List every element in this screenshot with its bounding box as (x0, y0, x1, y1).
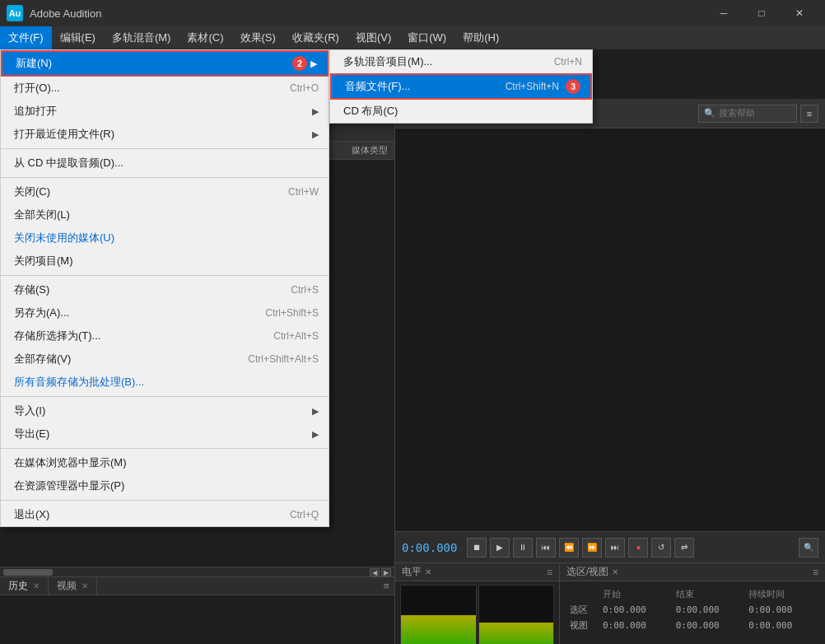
transport-loop-btn[interactable]: ↺ (651, 538, 671, 558)
separator-4 (1, 396, 329, 397)
badge-2: 2 (292, 56, 307, 71)
menu-item-exit[interactable]: 退出(X) Ctrl+Q (1, 503, 329, 526)
menu-item-save[interactable]: 存储(S) Ctrl+S (1, 278, 329, 301)
transport-skip-end-btn[interactable]: ⏭ (605, 538, 625, 558)
badge-3: 3 (566, 79, 580, 94)
row-view-start: 0:00.000 (599, 618, 673, 633)
menu-help[interactable]: 帮助(H) (454, 26, 507, 49)
history-tab[interactable]: 历史 ✕ (0, 577, 49, 595)
menu-item-export[interactable]: 导出(E) ▶ (1, 422, 329, 446)
transport-fwd-btn[interactable]: ⏩ (582, 538, 602, 558)
maximize-button[interactable]: □ (743, 0, 781, 26)
meter-menu-icon[interactable]: ≡ (547, 567, 552, 578)
table-row: 选区 0:00.000 0:00.000 0:00.000 (566, 602, 818, 618)
menu-effects[interactable]: 效果(S) (232, 26, 284, 49)
meter-fill-right (479, 623, 554, 645)
transport-stop-btn[interactable]: ⏹ (467, 538, 487, 558)
meter-bars-container: dB -48 -36 -24 -12 0 (395, 581, 559, 644)
meter-panel: 电平 ✕ ≡ dB -48 (395, 563, 560, 644)
menu-item-save-as[interactable]: 另存为(A)... Ctrl+Shift+S (1, 301, 329, 324)
new-submenu: 多轨混音项目(M)... Ctrl+N 音频文件(F)... Ctrl+Shif… (329, 49, 593, 124)
left-tabs-menu-icon[interactable]: ≡ (378, 580, 394, 592)
menu-view[interactable]: 视图(V) (347, 26, 399, 49)
menu-item-import[interactable]: 导入(I) ▶ (1, 399, 329, 422)
search-icon: 🔍 (704, 108, 715, 119)
menu-item-close-unused[interactable]: 关闭未使用的媒体(U) (1, 226, 329, 250)
minimize-button[interactable]: ─ (705, 0, 743, 26)
meter-bars (400, 585, 554, 644)
meter-label: 电平 (402, 565, 422, 579)
row-selection-end: 0:00.000 (673, 602, 746, 618)
row-selection-label: 选区 (566, 602, 599, 618)
transport-rew-btn[interactable]: ⏪ (559, 538, 579, 558)
left-bottom-tabs: 历史 ✕ 视频 ✕ ≡ (0, 576, 394, 595)
title-bar: Au Adobe Audition ─ □ ✕ (0, 0, 825, 26)
selection-content: 开始 结束 持续时间 选区 0:00.000 0:00.000 0:00.000 (560, 581, 825, 638)
video-tab[interactable]: 视频 ✕ (49, 577, 97, 595)
history-close-icon[interactable]: ✕ (33, 581, 40, 590)
menu-item-close[interactable]: 关闭(C) Ctrl+W (1, 180, 329, 203)
col-header-duration: 持续时间 (745, 586, 818, 602)
selection-label: 选区/视图 (566, 565, 608, 579)
menu-item-extract-cd[interactable]: 从 CD 中提取音频(D)... (1, 152, 329, 175)
row-view-duration: 0:00.000 (745, 618, 818, 633)
selection-table: 开始 结束 持续时间 选区 0:00.000 0:00.000 0:00.000 (566, 586, 818, 633)
col-header-empty (566, 586, 599, 602)
transport-pause-btn[interactable]: ⏸ (513, 538, 533, 558)
table-row: 视图 0:00.000 0:00.000 0:00.000 (566, 618, 818, 633)
menu-item-batch[interactable]: 所有音频存储为批处理(B)... (1, 371, 329, 394)
menu-item-new[interactable]: 新建(N) 2 ▶ (1, 50, 329, 77)
transport-skip-start-btn[interactable]: ⏮ (536, 538, 556, 558)
file-menu-dropdown: 新建(N) 2 ▶ 打开(O)... Ctrl+O 追加打开 ▶ 打开最近使用文… (0, 49, 329, 527)
menu-edit[interactable]: 编辑(E) (52, 26, 104, 49)
menu-favorites[interactable]: 收藏夹(R) (284, 26, 347, 49)
menu-clip[interactable]: 素材(C) (179, 26, 231, 49)
toolbar-menu-btn[interactable]: ≡ (800, 105, 818, 123)
submenu-item-multitrack[interactable]: 多轨混音项目(M)... Ctrl+N (330, 50, 592, 73)
scroll-thumb[interactable] (3, 569, 53, 576)
menu-item-add-open[interactable]: 追加打开 ▶ (1, 100, 329, 123)
menu-item-show-media[interactable]: 在媒体浏览器中显示(M) (1, 451, 329, 474)
menu-item-open[interactable]: 打开(O)... Ctrl+O (1, 77, 329, 100)
menu-item-save-selection[interactable]: 存储所选择为(T)... Ctrl+Alt+S (1, 324, 329, 348)
separator-6 (1, 500, 329, 501)
row-view-label: 视图 (566, 618, 599, 633)
transport-record-btn[interactable]: ● (628, 538, 648, 558)
horizontal-scrollbar[interactable]: ◀ ▶ (0, 567, 394, 576)
scroll-right-btn[interactable]: ▶ (381, 568, 391, 576)
scroll-left-btn[interactable]: ◀ (370, 568, 380, 576)
search-box[interactable]: 🔍 搜索帮助 (698, 105, 797, 123)
meter-bar-left (400, 585, 477, 644)
row-view-end: 0:00.000 (673, 618, 746, 633)
search-placeholder: 搜索帮助 (719, 107, 755, 119)
video-close-icon[interactable]: ✕ (82, 581, 88, 590)
meter-close-icon[interactable]: ✕ (425, 567, 431, 576)
submenu-item-cd-layout[interactable]: CD 布局(C) (330, 100, 592, 123)
transport-play-btn[interactable]: ▶ (490, 538, 510, 558)
menu-item-show-explorer[interactable]: 在资源管理器中显示(P) (1, 474, 329, 497)
waveform-area (395, 128, 825, 531)
meter-panel-header: 电平 ✕ ≡ (395, 563, 559, 581)
menu-window[interactable]: 窗口(W) (399, 26, 454, 49)
app-logo: Au (7, 5, 23, 21)
meter-bar-right (478, 585, 555, 644)
col-media-type: 媒体类型 (345, 144, 394, 156)
menu-item-close-all[interactable]: 全部关闭(L) (1, 203, 329, 226)
menu-file[interactable]: 文件(F) (0, 26, 52, 49)
menu-item-close-project[interactable]: 关闭项目(M) (1, 250, 329, 273)
transport-extra-btn[interactable]: ⇄ (674, 538, 694, 558)
transport-zoom-btn[interactable]: 🔍 (799, 538, 818, 558)
menu-item-save-all[interactable]: 全部存储(V) Ctrl+Shift+Alt+S (1, 348, 329, 371)
selection-close-icon[interactable]: ✕ (612, 567, 618, 576)
menu-multitrack[interactable]: 多轨混音(M) (104, 26, 179, 49)
menu-item-recent[interactable]: 打开最近使用文件(R) ▶ (1, 123, 329, 146)
history-content (0, 595, 394, 644)
bottom-panels: 电平 ✕ ≡ dB -48 (395, 562, 825, 644)
submenu-item-audio-file[interactable]: 音频文件(F)... Ctrl+Shift+N 3 (330, 73, 592, 100)
close-button[interactable]: ✕ (781, 0, 818, 26)
selection-menu-icon[interactable]: ≡ (813, 567, 818, 578)
col-header-start: 开始 (599, 586, 673, 602)
col-header-end: 结束 (673, 586, 746, 602)
separator-5 (1, 448, 329, 449)
selection-panel-header: 选区/视图 ✕ ≡ (560, 563, 825, 581)
